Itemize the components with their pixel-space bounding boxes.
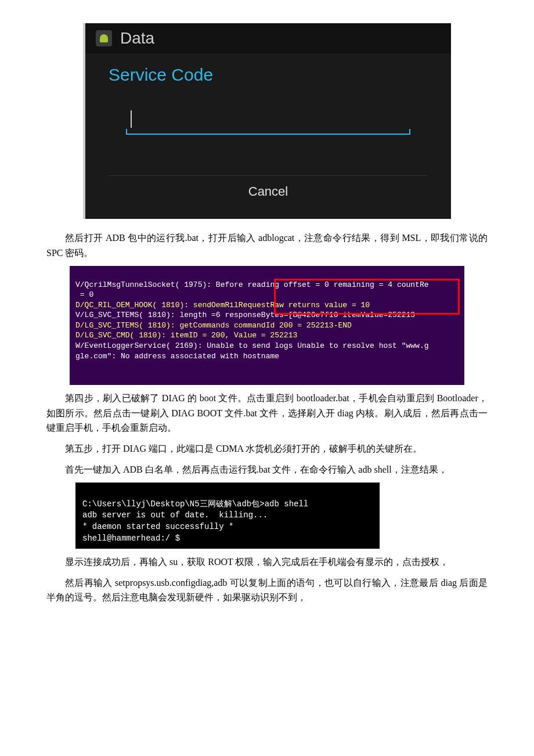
log-line: gle.com": No address associated with hos…: [75, 352, 279, 361]
paragraph-su-root: 显示连接成功后，再输入 su，获取 ROOT 权限，输入完成后在手机端会有显示的…: [46, 555, 488, 570]
text-cursor: [131, 110, 132, 128]
service-code-label: Service Code: [109, 65, 428, 85]
log-line: = 0: [75, 290, 93, 299]
logcat-terminal: V/QcrilMsgTunnelSocket( 1975): Before re…: [70, 266, 464, 385]
dialog-title: Data: [120, 29, 154, 48]
paragraph-step5: 第五步，打开 DIAG 端口，此端口是 CDMA 水货机必须打开的，破解手机的关…: [46, 441, 488, 456]
log-line: D/QC_RIL_OEM_HOOK( 1810): sendOemRilRequ…: [75, 301, 370, 309]
dialog-body: Service Code Cancel: [85, 53, 451, 219]
paragraph-setprop: 然后再输入 setpropsys.usb.configdiag,adb 可以复制…: [46, 575, 488, 605]
log-line: D/LG_SVC_ITEMS( 1810): getCommands comma…: [75, 321, 352, 330]
shell-line: C:\Users\llyj\Desktop\N5三网破解\adb包>adb sh…: [82, 499, 308, 509]
cancel-button[interactable]: Cancel: [109, 176, 428, 207]
paragraph-step4: 第四步，刷入已破解了 DIAG 的 boot 文件。点击重启到 bootload…: [46, 391, 488, 435]
android-robot-icon: [96, 30, 112, 46]
shell-line: shell@hammerhead:/ $: [82, 534, 180, 543]
paragraph-adb-logcat: 然后打开 ADB 包中的运行我.bat，打开后输入 adblogcat，注意命令…: [46, 231, 488, 260]
log-line: D/LG_SVC_CMD( 1810): itemID = 200, Value…: [75, 331, 297, 340]
dialog-button-row: Cancel: [109, 175, 428, 207]
paragraph-adb-whitelist: 首先一键加入 ADB 白名单，然后再点击运行我.bat 文件，在命令行输入 ad…: [46, 462, 488, 477]
adb-shell-terminal: C:\Users\llyj\Desktop\N5三网破解\adb包>adb sh…: [75, 483, 380, 549]
android-service-code-dialog: Data Service Code Cancel: [83, 23, 451, 219]
log-line: V/QcrilMsgTunnelSocket( 1975): Before re…: [75, 280, 429, 289]
service-code-input[interactable]: [126, 108, 410, 135]
log-line: W/EventLoggerService( 2169): Unable to s…: [75, 341, 429, 350]
shell-line: adb server is out of date. killing...: [82, 510, 268, 520]
log-line: V/LG_SVC_ITEMS( 1810): length =6 respons…: [75, 311, 415, 319]
dialog-titlebar: Data: [85, 23, 451, 53]
shell-line: * daemon started successfully *: [82, 522, 233, 531]
